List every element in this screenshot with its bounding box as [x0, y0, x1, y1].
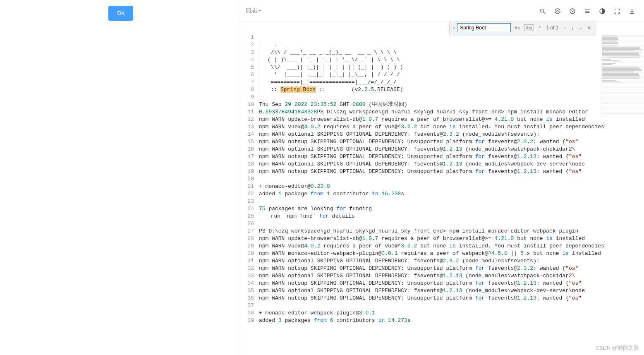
svg-point-3 — [570, 9, 575, 14]
svg-line-1 — [543, 12, 545, 14]
left-panel: OK — [0, 0, 239, 355]
find-next-icon[interactable]: ↓ — [571, 25, 574, 31]
code-area[interactable]: 1234567891011121314151617181920212223242… — [239, 22, 644, 355]
watermark: CSDN @帥龍之龍 — [595, 344, 639, 352]
search-icon[interactable] — [539, 7, 546, 15]
find-expand-icon[interactable]: › — [453, 25, 455, 31]
code-lines[interactable]: . ____ _ __ _ _ /\\ / ___'_ __ _ _(_)_ _… — [259, 34, 644, 355]
expand-down-icon[interactable] — [569, 7, 576, 15]
svg-point-2 — [555, 9, 560, 14]
contrast-icon[interactable] — [599, 7, 606, 15]
minimap[interactable] — [601, 34, 644, 117]
find-regex-toggle[interactable]: .* — [536, 25, 542, 31]
find-match-count: 1 of 1 — [546, 25, 558, 31]
collapse-up-icon[interactable] — [554, 7, 561, 15]
right-panel: 日志 - › Aa Ab| .* 1 of 1 ↑ ↓ ≡ ✕ 12345678… — [239, 0, 644, 355]
svg-point-0 — [541, 9, 544, 12]
line-gutter: 1234567891011121314151617181920212223242… — [239, 34, 259, 355]
find-word-toggle[interactable]: Ab| — [524, 24, 534, 31]
ok-button[interactable]: OK — [108, 6, 133, 21]
find-prev-icon[interactable]: ↑ — [563, 25, 566, 31]
page-title: 日志 - — [246, 7, 261, 14]
download-icon[interactable] — [628, 7, 636, 15]
find-case-toggle[interactable]: Aa — [513, 25, 521, 31]
find-selection-icon[interactable]: ≡ — [579, 25, 582, 31]
find-input[interactable] — [457, 23, 511, 32]
toolbar-icons — [539, 7, 636, 15]
fullscreen-icon[interactable] — [613, 7, 621, 15]
editor[interactable]: › Aa Ab| .* 1 of 1 ↑ ↓ ≡ ✕ 1234567891011… — [239, 22, 644, 355]
find-close-icon[interactable]: ✕ — [587, 25, 591, 31]
find-widget: › Aa Ab| .* 1 of 1 ↑ ↓ ≡ ✕ — [449, 22, 595, 34]
menu-icon[interactable] — [584, 7, 591, 15]
